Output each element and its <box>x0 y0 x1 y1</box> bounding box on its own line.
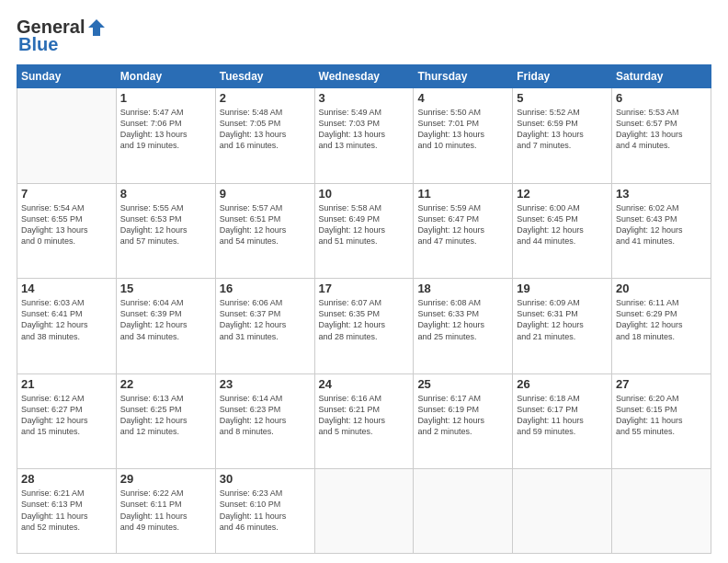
calendar-cell: 14Sunrise: 6:03 AMSunset: 6:41 PMDayligh… <box>17 279 117 374</box>
calendar-cell: 12Sunrise: 6:00 AMSunset: 6:45 PMDayligh… <box>513 183 612 279</box>
day-info: Sunrise: 5:58 AMSunset: 6:49 PMDaylight:… <box>319 202 410 247</box>
day-info: Sunrise: 6:02 AMSunset: 6:43 PMDaylight:… <box>616 202 707 247</box>
day-number: 7 <box>21 187 112 201</box>
day-info: Sunrise: 5:52 AMSunset: 6:59 PMDaylight:… <box>517 107 608 152</box>
weekday-header-sunday: Sunday <box>17 65 117 88</box>
weekday-header-monday: Monday <box>116 65 215 88</box>
calendar-cell: 23Sunrise: 6:14 AMSunset: 6:23 PMDayligh… <box>215 373 314 469</box>
calendar-cell: 21Sunrise: 6:12 AMSunset: 6:27 PMDayligh… <box>17 373 117 469</box>
day-number: 1 <box>120 91 211 105</box>
day-info: Sunrise: 6:08 AMSunset: 6:33 PMDaylight:… <box>417 297 508 342</box>
day-number: 30 <box>220 472 311 486</box>
calendar-cell: 2Sunrise: 5:48 AMSunset: 7:05 PMDaylight… <box>215 88 314 184</box>
day-number: 3 <box>319 91 410 105</box>
calendar-cell: 9Sunrise: 5:57 AMSunset: 6:51 PMDaylight… <box>215 183 314 279</box>
day-number: 4 <box>417 91 508 105</box>
day-info: Sunrise: 5:50 AMSunset: 7:01 PMDaylight:… <box>417 107 508 152</box>
day-number: 17 <box>319 282 410 295</box>
day-info: Sunrise: 6:11 AMSunset: 6:29 PMDaylight:… <box>616 297 707 342</box>
weekday-header-row: SundayMondayTuesdayWednesdayThursdayFrid… <box>17 65 711 88</box>
week-row-4: 21Sunrise: 6:12 AMSunset: 6:27 PMDayligh… <box>17 373 711 469</box>
day-info: Sunrise: 6:04 AMSunset: 6:39 PMDaylight:… <box>120 297 211 342</box>
calendar-cell: 20Sunrise: 6:11 AMSunset: 6:29 PMDayligh… <box>612 279 711 374</box>
calendar-cell: 25Sunrise: 6:17 AMSunset: 6:19 PMDayligh… <box>414 373 513 469</box>
day-info: Sunrise: 5:59 AMSunset: 6:47 PMDaylight:… <box>417 202 508 247</box>
calendar-cell: 11Sunrise: 5:59 AMSunset: 6:47 PMDayligh… <box>414 183 513 279</box>
calendar-cell <box>612 469 711 554</box>
day-info: Sunrise: 6:21 AMSunset: 6:13 PMDaylight:… <box>21 488 112 533</box>
day-number: 25 <box>417 377 508 391</box>
svg-marker-0 <box>88 19 105 36</box>
day-number: 6 <box>616 91 707 105</box>
calendar-cell: 4Sunrise: 5:50 AMSunset: 7:01 PMDaylight… <box>414 88 513 184</box>
calendar-cell: 19Sunrise: 6:09 AMSunset: 6:31 PMDayligh… <box>513 279 612 374</box>
weekday-header-thursday: Thursday <box>414 65 513 88</box>
calendar-cell: 1Sunrise: 5:47 AMSunset: 7:06 PMDaylight… <box>116 88 215 184</box>
day-number: 28 <box>21 472 112 486</box>
calendar-cell: 30Sunrise: 6:23 AMSunset: 6:10 PMDayligh… <box>215 469 314 554</box>
day-number: 26 <box>517 377 608 391</box>
week-row-1: 1Sunrise: 5:47 AMSunset: 7:06 PMDaylight… <box>17 88 711 184</box>
day-info: Sunrise: 6:09 AMSunset: 6:31 PMDaylight:… <box>517 297 608 342</box>
calendar-cell: 27Sunrise: 6:20 AMSunset: 6:15 PMDayligh… <box>612 373 711 469</box>
day-info: Sunrise: 6:16 AMSunset: 6:21 PMDaylight:… <box>319 393 410 438</box>
day-number: 12 <box>517 187 608 201</box>
calendar-cell: 16Sunrise: 6:06 AMSunset: 6:37 PMDayligh… <box>215 279 314 374</box>
day-info: Sunrise: 6:14 AMSunset: 6:23 PMDaylight:… <box>220 393 311 438</box>
day-number: 11 <box>417 187 508 201</box>
day-number: 9 <box>220 187 311 201</box>
day-info: Sunrise: 5:48 AMSunset: 7:05 PMDaylight:… <box>220 107 311 152</box>
weekday-header-tuesday: Tuesday <box>215 65 314 88</box>
week-row-5: 28Sunrise: 6:21 AMSunset: 6:13 PMDayligh… <box>17 469 711 554</box>
day-number: 23 <box>220 377 311 391</box>
logo: GeneralBlue <box>17 17 107 55</box>
day-number: 29 <box>120 472 211 486</box>
day-info: Sunrise: 5:57 AMSunset: 6:51 PMDaylight:… <box>220 202 311 247</box>
calendar-cell: 6Sunrise: 5:53 AMSunset: 6:57 PMDaylight… <box>612 88 711 184</box>
day-number: 16 <box>220 282 311 295</box>
day-info: Sunrise: 6:03 AMSunset: 6:41 PMDaylight:… <box>21 297 112 342</box>
day-info: Sunrise: 6:12 AMSunset: 6:27 PMDaylight:… <box>21 393 112 438</box>
calendar-cell <box>414 469 513 554</box>
day-info: Sunrise: 6:17 AMSunset: 6:19 PMDaylight:… <box>417 393 508 438</box>
day-info: Sunrise: 5:53 AMSunset: 6:57 PMDaylight:… <box>616 107 707 152</box>
day-info: Sunrise: 5:54 AMSunset: 6:55 PMDaylight:… <box>21 202 112 247</box>
day-info: Sunrise: 5:55 AMSunset: 6:53 PMDaylight:… <box>120 202 211 247</box>
calendar-cell: 22Sunrise: 6:13 AMSunset: 6:25 PMDayligh… <box>116 373 215 469</box>
page: GeneralBlue SundayMondayTuesdayWednesday… <box>0 0 728 563</box>
calendar-cell: 8Sunrise: 5:55 AMSunset: 6:53 PMDaylight… <box>116 183 215 279</box>
calendar-cell: 5Sunrise: 5:52 AMSunset: 6:59 PMDaylight… <box>513 88 612 184</box>
day-number: 19 <box>517 282 608 295</box>
calendar-cell <box>314 469 414 554</box>
day-info: Sunrise: 5:49 AMSunset: 7:03 PMDaylight:… <box>319 107 410 152</box>
day-number: 15 <box>120 282 211 295</box>
day-number: 18 <box>417 282 508 295</box>
day-number: 22 <box>120 377 211 391</box>
day-number: 13 <box>616 187 707 201</box>
weekday-header-saturday: Saturday <box>612 65 711 88</box>
calendar-cell: 7Sunrise: 5:54 AMSunset: 6:55 PMDaylight… <box>17 183 117 279</box>
day-info: Sunrise: 6:13 AMSunset: 6:25 PMDaylight:… <box>120 393 211 438</box>
calendar-cell: 15Sunrise: 6:04 AMSunset: 6:39 PMDayligh… <box>116 279 215 374</box>
day-number: 10 <box>319 187 410 201</box>
day-number: 20 <box>616 282 707 295</box>
day-number: 2 <box>220 91 311 105</box>
day-number: 21 <box>21 377 112 391</box>
calendar-cell: 29Sunrise: 6:22 AMSunset: 6:11 PMDayligh… <box>116 469 215 554</box>
calendar-cell: 24Sunrise: 6:16 AMSunset: 6:21 PMDayligh… <box>314 373 414 469</box>
day-info: Sunrise: 6:00 AMSunset: 6:45 PMDaylight:… <box>517 202 608 247</box>
day-info: Sunrise: 6:06 AMSunset: 6:37 PMDaylight:… <box>220 297 311 342</box>
day-number: 24 <box>319 377 410 391</box>
day-info: Sunrise: 5:47 AMSunset: 7:06 PMDaylight:… <box>120 107 211 152</box>
day-info: Sunrise: 6:23 AMSunset: 6:10 PMDaylight:… <box>220 488 311 533</box>
day-number: 8 <box>120 187 211 201</box>
calendar-table: SundayMondayTuesdayWednesdayThursdayFrid… <box>17 64 711 554</box>
weekday-header-wednesday: Wednesday <box>314 65 414 88</box>
calendar-cell: 13Sunrise: 6:02 AMSunset: 6:43 PMDayligh… <box>612 183 711 279</box>
calendar-cell: 28Sunrise: 6:21 AMSunset: 6:13 PMDayligh… <box>17 469 117 554</box>
calendar-cell: 26Sunrise: 6:18 AMSunset: 6:17 PMDayligh… <box>513 373 612 469</box>
calendar-cell <box>17 88 117 184</box>
header: GeneralBlue <box>17 17 711 55</box>
day-info: Sunrise: 6:22 AMSunset: 6:11 PMDaylight:… <box>120 488 211 533</box>
calendar-cell <box>513 469 612 554</box>
